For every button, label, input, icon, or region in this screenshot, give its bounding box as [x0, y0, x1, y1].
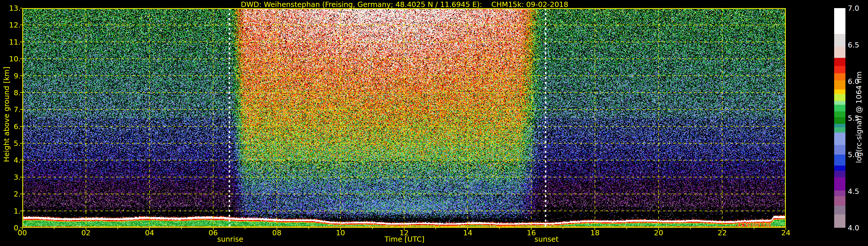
colorbar-segment: [834, 145, 845, 155]
y-tick-label: 3.: [3, 173, 21, 181]
tick-mark: [20, 160, 22, 160]
figure-root: DWD: Weihenstephan (Freising, Germany; 4…: [0, 0, 868, 246]
colorbar-segment: [834, 112, 845, 117]
lidar-heatmap: [22, 8, 786, 228]
tick-mark: [213, 228, 214, 230]
colorbar-segment: [834, 214, 845, 228]
tick-mark: [658, 228, 659, 230]
tick-mark: [435, 228, 436, 229]
tick-mark: [20, 126, 22, 127]
tick-mark: [181, 228, 182, 229]
colorbar-segment: [834, 34, 845, 47]
colorbar-segment: [834, 89, 845, 94]
tick-mark: [467, 228, 468, 230]
colorbar-segment: [834, 196, 845, 206]
colorbar-segment: [834, 66, 845, 73]
colorbar-segment: [834, 127, 845, 132]
tick-mark: [531, 228, 531, 230]
colorbar-segment: [834, 165, 845, 171]
y-tick-label: 4.: [3, 156, 21, 164]
tick-mark: [690, 228, 691, 229]
y-tick-label: 10.: [3, 55, 21, 63]
colorbar-segment: [834, 47, 845, 58]
colorbar-axis-label: log(rc-signal) @ 1064 nm: [855, 71, 863, 163]
y-tick-label: 1.: [3, 207, 21, 215]
colorbar-tick-label: 6.5: [848, 40, 859, 49]
colorbar-segment: [834, 101, 845, 105]
tick-mark: [245, 228, 245, 229]
tick-mark: [626, 228, 627, 229]
colorbar-tick-label: 7.0: [848, 4, 859, 12]
colorbar-segment: [834, 94, 845, 101]
colorbar-tick-label: 4.5: [848, 187, 859, 195]
tick-mark: [20, 177, 22, 177]
y-tick-label: 6.: [3, 122, 21, 130]
tick-mark: [277, 228, 277, 230]
tick-mark: [54, 228, 54, 229]
tick-mark: [20, 75, 22, 76]
y-tick-label: 13.: [3, 4, 21, 12]
colorbar-segment: [834, 206, 845, 214]
colorbar-tick-label: 4.0: [848, 224, 859, 232]
y-tick-label: 9.: [3, 71, 21, 80]
tick-mark: [372, 228, 373, 229]
tick-mark: [20, 194, 22, 194]
tick-mark: [20, 109, 22, 110]
colorbar: [834, 8, 845, 228]
tick-mark: [20, 8, 22, 8]
tick-mark: [722, 228, 722, 230]
tick-mark: [785, 228, 786, 230]
colorbar-segment: [834, 190, 845, 196]
colorbar-segment: [834, 105, 845, 112]
colorbar-segment: [834, 58, 845, 66]
tick-mark: [340, 228, 341, 230]
colorbar-segment: [834, 117, 845, 124]
sunset-label: sunset: [534, 235, 558, 243]
y-axis-label: Height above ground [km]: [2, 67, 11, 162]
tick-mark: [149, 228, 150, 230]
y-tick-label: 2.: [3, 190, 21, 198]
tick-mark: [563, 228, 563, 229]
colorbar-segment: [834, 124, 845, 128]
tick-mark: [20, 42, 22, 42]
y-tick-label: 5.: [3, 139, 21, 148]
y-tick-label: 11.: [3, 38, 21, 46]
colorbar-segment: [834, 155, 845, 165]
colorbar-segment: [834, 171, 845, 177]
tick-mark: [86, 228, 86, 230]
colorbar-segment: [834, 177, 845, 190]
tick-mark: [20, 211, 22, 211]
tick-mark: [22, 228, 23, 230]
y-tick-label: 12.: [3, 21, 21, 29]
tick-mark: [754, 228, 754, 229]
tick-mark: [308, 228, 309, 229]
tick-mark: [20, 92, 22, 93]
tick-mark: [20, 25, 22, 25]
sunrise-label: sunrise: [217, 235, 243, 243]
colorbar-segment: [834, 132, 845, 145]
colorbar-segment: [834, 81, 845, 89]
chart-title: DWD: Weihenstephan (Freising, Germany; 4…: [241, 0, 568, 9]
x-axis-label: Time [UTC]: [384, 235, 425, 243]
colorbar-segment: [834, 8, 845, 34]
tick-mark: [404, 228, 404, 230]
tick-mark: [499, 228, 500, 229]
tick-mark: [20, 143, 22, 144]
y-tick-label: 8.: [3, 88, 21, 97]
tick-mark: [20, 58, 22, 59]
colorbar-segment: [834, 73, 845, 81]
y-tick-label: 7.: [3, 105, 21, 114]
tick-mark: [595, 228, 595, 230]
tick-mark: [118, 228, 118, 229]
